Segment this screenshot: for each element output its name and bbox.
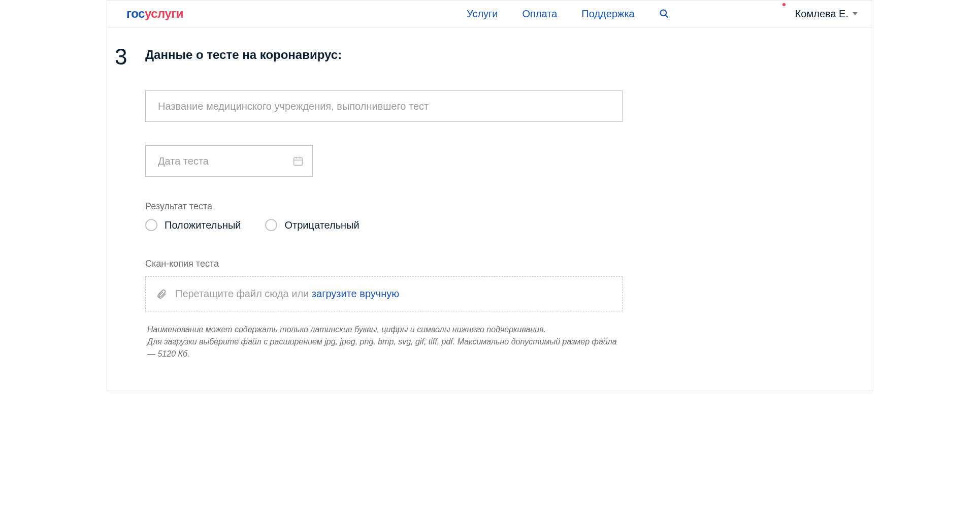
nav-payment[interactable]: Оплата xyxy=(522,8,558,20)
hint-line-2: Для загрузки выберите файл с расширением… xyxy=(147,336,623,360)
radio-positive-label: Положительный xyxy=(165,219,241,231)
upload-link[interactable]: загрузите вручную xyxy=(312,288,399,299)
institution-input[interactable] xyxy=(145,90,623,122)
radio-negative-label: Отрицательный xyxy=(284,219,359,231)
dropzone-hint-text: Перетащите файл сюда или xyxy=(175,288,312,299)
nav-services[interactable]: Услуги xyxy=(467,8,498,20)
dropzone-text: Перетащите файл сюда или загрузите вручн… xyxy=(175,288,399,300)
main-nav: Услуги Оплата Поддержка Комлева Е. xyxy=(467,8,858,20)
radio-positive[interactable]: Положительный xyxy=(145,219,241,231)
page-header: госуслуги Услуги Оплата Поддержка Комлев… xyxy=(107,1,873,27)
svg-line-1 xyxy=(666,15,668,18)
result-label: Результат теста xyxy=(145,201,623,212)
logo-gos: гос xyxy=(126,7,145,20)
upload-hint: Наименование может содержать только лати… xyxy=(145,324,623,360)
user-name: Комлева Е. xyxy=(795,8,848,20)
hint-line-1: Наименование может содержать только лати… xyxy=(147,324,623,336)
notification-dot-icon xyxy=(782,3,786,6)
logo[interactable]: госуслуги xyxy=(126,7,183,21)
test-date-input[interactable] xyxy=(145,145,313,177)
svg-point-0 xyxy=(660,10,666,16)
scan-label: Скан-копия теста xyxy=(145,259,623,269)
logo-uslugi: услуги xyxy=(145,7,183,20)
file-dropzone[interactable]: Перетащите файл сюда или загрузите вручн… xyxy=(145,276,623,311)
user-menu[interactable]: Комлева Е. xyxy=(795,8,858,20)
radio-negative[interactable]: Отрицательный xyxy=(265,219,359,231)
step-title: Данные о тесте на коронавирус: xyxy=(145,48,837,62)
radio-circle-icon xyxy=(145,219,157,231)
radio-circle-icon xyxy=(265,219,277,231)
result-radio-group: Положительный Отрицательный xyxy=(145,219,623,231)
search-icon[interactable] xyxy=(659,9,669,19)
paperclip-icon xyxy=(156,289,167,300)
main-content: 3 Данные о тесте на коронавирус: xyxy=(107,27,873,391)
chevron-down-icon xyxy=(853,12,858,15)
step-number: 3 xyxy=(115,46,145,68)
nav-support[interactable]: Поддержка xyxy=(581,8,634,20)
